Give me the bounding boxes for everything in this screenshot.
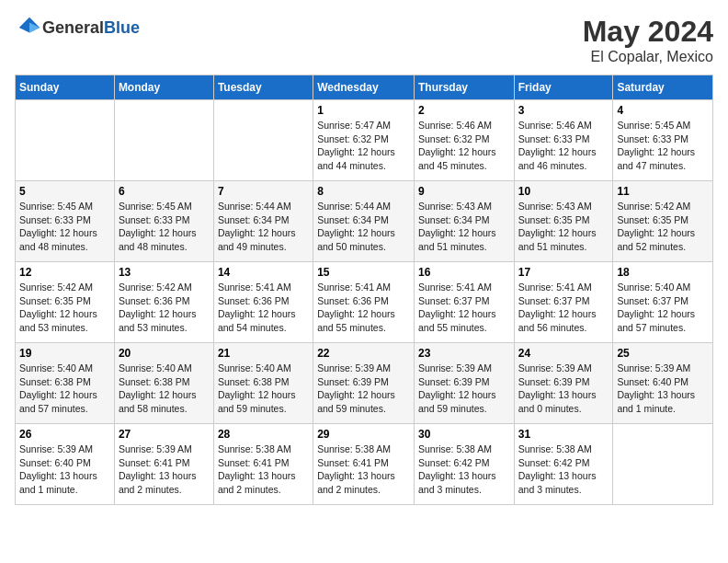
calendar-cell: 27Sunrise: 5:39 AM Sunset: 6:41 PM Dayli… bbox=[114, 424, 213, 505]
calendar-location: El Copalar, Mexico bbox=[583, 49, 713, 65]
day-info: Sunrise: 5:41 AM Sunset: 6:37 PM Dayligh… bbox=[518, 281, 609, 335]
calendar-week-row: 12Sunrise: 5:42 AM Sunset: 6:35 PM Dayli… bbox=[16, 262, 713, 343]
calendar-cell: 16Sunrise: 5:41 AM Sunset: 6:37 PM Dayli… bbox=[414, 262, 514, 343]
calendar-cell: 11Sunrise: 5:42 AM Sunset: 6:35 PM Dayli… bbox=[613, 181, 713, 262]
calendar-cell: 22Sunrise: 5:39 AM Sunset: 6:39 PM Dayli… bbox=[313, 343, 415, 424]
day-number: 2 bbox=[418, 104, 510, 117]
day-number: 23 bbox=[418, 347, 510, 360]
day-info: Sunrise: 5:40 AM Sunset: 6:38 PM Dayligh… bbox=[19, 362, 110, 416]
day-info: Sunrise: 5:38 AM Sunset: 6:41 PM Dayligh… bbox=[218, 442, 309, 497]
day-number: 25 bbox=[617, 347, 709, 360]
day-number: 6 bbox=[119, 185, 210, 198]
day-number: 31 bbox=[518, 428, 609, 441]
calendar-week-row: 1Sunrise: 5:47 AM Sunset: 6:32 PM Daylig… bbox=[16, 100, 713, 181]
calendar-cell: 12Sunrise: 5:42 AM Sunset: 6:35 PM Dayli… bbox=[16, 262, 115, 343]
day-info: Sunrise: 5:38 AM Sunset: 6:42 PM Dayligh… bbox=[418, 442, 510, 497]
day-info: Sunrise: 5:40 AM Sunset: 6:38 PM Dayligh… bbox=[218, 362, 309, 416]
day-number: 12 bbox=[19, 266, 110, 279]
day-number: 30 bbox=[418, 428, 510, 441]
day-info: Sunrise: 5:40 AM Sunset: 6:37 PM Dayligh… bbox=[617, 281, 709, 335]
calendar-week-row: 26Sunrise: 5:39 AM Sunset: 6:40 PM Dayli… bbox=[16, 424, 713, 505]
day-number: 14 bbox=[218, 266, 309, 279]
day-number: 16 bbox=[418, 266, 510, 279]
day-info: Sunrise: 5:46 AM Sunset: 6:33 PM Dayligh… bbox=[518, 119, 609, 173]
calendar-cell: 23Sunrise: 5:39 AM Sunset: 6:39 PM Dayli… bbox=[414, 343, 514, 424]
calendar-cell: 6Sunrise: 5:45 AM Sunset: 6:33 PM Daylig… bbox=[114, 181, 213, 262]
weekday-header: Saturday bbox=[613, 75, 713, 100]
weekday-header: Friday bbox=[514, 75, 613, 100]
calendar-cell: 21Sunrise: 5:40 AM Sunset: 6:38 PM Dayli… bbox=[213, 343, 313, 424]
day-number: 21 bbox=[218, 347, 309, 360]
calendar-cell bbox=[213, 100, 313, 181]
day-info: Sunrise: 5:45 AM Sunset: 6:33 PM Dayligh… bbox=[19, 200, 110, 254]
page-header: GeneralBlue May 2024 El Copalar, Mexico bbox=[15, 15, 713, 65]
day-info: Sunrise: 5:42 AM Sunset: 6:36 PM Dayligh… bbox=[119, 281, 210, 335]
day-number: 17 bbox=[518, 266, 609, 279]
calendar-cell bbox=[16, 100, 115, 181]
calendar-cell: 30Sunrise: 5:38 AM Sunset: 6:42 PM Dayli… bbox=[414, 424, 514, 505]
calendar-cell: 10Sunrise: 5:43 AM Sunset: 6:35 PM Dayli… bbox=[514, 181, 613, 262]
day-number: 29 bbox=[317, 428, 410, 441]
logo-blue: Blue bbox=[104, 18, 140, 37]
calendar-cell: 31Sunrise: 5:38 AM Sunset: 6:42 PM Dayli… bbox=[514, 424, 613, 505]
calendar-cell: 1Sunrise: 5:47 AM Sunset: 6:32 PM Daylig… bbox=[313, 100, 415, 181]
day-number: 7 bbox=[218, 185, 309, 198]
calendar-cell: 28Sunrise: 5:38 AM Sunset: 6:41 PM Dayli… bbox=[213, 424, 313, 505]
day-number: 13 bbox=[119, 266, 210, 279]
calendar-cell: 3Sunrise: 5:46 AM Sunset: 6:33 PM Daylig… bbox=[514, 100, 613, 181]
calendar-cell: 18Sunrise: 5:40 AM Sunset: 6:37 PM Dayli… bbox=[613, 262, 713, 343]
day-info: Sunrise: 5:44 AM Sunset: 6:34 PM Dayligh… bbox=[218, 200, 309, 254]
day-number: 22 bbox=[317, 347, 410, 360]
calendar-cell: 17Sunrise: 5:41 AM Sunset: 6:37 PM Dayli… bbox=[514, 262, 613, 343]
day-info: Sunrise: 5:39 AM Sunset: 6:39 PM Dayligh… bbox=[518, 362, 609, 416]
calendar-cell: 14Sunrise: 5:41 AM Sunset: 6:36 PM Dayli… bbox=[213, 262, 313, 343]
day-number: 15 bbox=[317, 266, 410, 279]
calendar-cell: 26Sunrise: 5:39 AM Sunset: 6:40 PM Dayli… bbox=[16, 424, 115, 505]
day-info: Sunrise: 5:39 AM Sunset: 6:40 PM Dayligh… bbox=[19, 442, 110, 497]
calendar-cell: 24Sunrise: 5:39 AM Sunset: 6:39 PM Dayli… bbox=[514, 343, 613, 424]
day-info: Sunrise: 5:43 AM Sunset: 6:35 PM Dayligh… bbox=[518, 200, 609, 254]
title-block: May 2024 El Copalar, Mexico bbox=[583, 15, 713, 65]
day-number: 26 bbox=[19, 428, 110, 441]
day-info: Sunrise: 5:39 AM Sunset: 6:39 PM Dayligh… bbox=[317, 362, 410, 416]
day-info: Sunrise: 5:41 AM Sunset: 6:36 PM Dayligh… bbox=[218, 281, 309, 335]
calendar-cell: 2Sunrise: 5:46 AM Sunset: 6:32 PM Daylig… bbox=[414, 100, 514, 181]
weekday-header: Wednesday bbox=[313, 75, 415, 100]
weekday-header-row: SundayMondayTuesdayWednesdayThursdayFrid… bbox=[16, 75, 713, 100]
calendar-week-row: 19Sunrise: 5:40 AM Sunset: 6:38 PM Dayli… bbox=[16, 343, 713, 424]
day-number: 24 bbox=[518, 347, 609, 360]
calendar-table: SundayMondayTuesdayWednesdayThursdayFrid… bbox=[15, 75, 713, 505]
day-number: 19 bbox=[19, 347, 110, 360]
weekday-header: Tuesday bbox=[213, 75, 313, 100]
day-info: Sunrise: 5:39 AM Sunset: 6:39 PM Dayligh… bbox=[418, 362, 510, 416]
calendar-cell: 13Sunrise: 5:42 AM Sunset: 6:36 PM Dayli… bbox=[114, 262, 213, 343]
day-number: 8 bbox=[317, 185, 410, 198]
weekday-header: Monday bbox=[114, 75, 213, 100]
calendar-body: 1Sunrise: 5:47 AM Sunset: 6:32 PM Daylig… bbox=[16, 100, 713, 505]
day-info: Sunrise: 5:39 AM Sunset: 6:40 PM Dayligh… bbox=[617, 362, 709, 416]
day-info: Sunrise: 5:44 AM Sunset: 6:34 PM Dayligh… bbox=[317, 200, 410, 254]
calendar-cell: 19Sunrise: 5:40 AM Sunset: 6:38 PM Dayli… bbox=[16, 343, 115, 424]
day-number: 27 bbox=[119, 428, 210, 441]
calendar-cell: 9Sunrise: 5:43 AM Sunset: 6:34 PM Daylig… bbox=[414, 181, 514, 262]
day-number: 18 bbox=[617, 266, 709, 279]
day-info: Sunrise: 5:41 AM Sunset: 6:37 PM Dayligh… bbox=[418, 281, 510, 335]
day-info: Sunrise: 5:39 AM Sunset: 6:41 PM Dayligh… bbox=[119, 442, 210, 497]
day-number: 3 bbox=[518, 104, 609, 117]
calendar-title: May 2024 bbox=[583, 15, 713, 49]
calendar-cell bbox=[613, 424, 713, 505]
day-info: Sunrise: 5:42 AM Sunset: 6:35 PM Dayligh… bbox=[617, 200, 709, 254]
day-number: 10 bbox=[518, 185, 609, 198]
calendar-cell: 29Sunrise: 5:38 AM Sunset: 6:41 PM Dayli… bbox=[313, 424, 415, 505]
day-info: Sunrise: 5:42 AM Sunset: 6:35 PM Dayligh… bbox=[19, 281, 110, 335]
weekday-header: Thursday bbox=[414, 75, 514, 100]
day-info: Sunrise: 5:46 AM Sunset: 6:32 PM Dayligh… bbox=[418, 119, 510, 173]
day-info: Sunrise: 5:43 AM Sunset: 6:34 PM Dayligh… bbox=[418, 200, 510, 254]
day-number: 20 bbox=[119, 347, 210, 360]
calendar-cell: 5Sunrise: 5:45 AM Sunset: 6:33 PM Daylig… bbox=[16, 181, 115, 262]
logo-icon bbox=[17, 15, 42, 40]
day-info: Sunrise: 5:47 AM Sunset: 6:32 PM Dayligh… bbox=[317, 119, 410, 173]
calendar-cell: 20Sunrise: 5:40 AM Sunset: 6:38 PM Dayli… bbox=[114, 343, 213, 424]
day-number: 4 bbox=[617, 104, 709, 117]
day-info: Sunrise: 5:45 AM Sunset: 6:33 PM Dayligh… bbox=[617, 119, 709, 173]
